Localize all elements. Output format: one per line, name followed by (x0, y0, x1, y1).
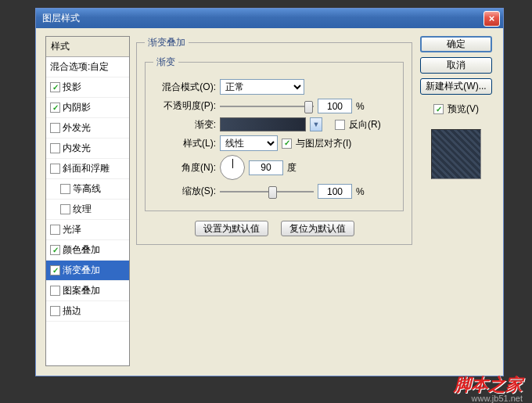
style-item[interactable]: 投影 (46, 77, 129, 98)
reverse-label: 反向(R) (349, 118, 381, 131)
style-checkbox[interactable] (50, 164, 60, 174)
gradient-dropdown[interactable]: ▼ (310, 117, 322, 131)
style-label: 渐变叠加 (63, 264, 100, 277)
set-default-button[interactable]: 设置为默认值 (195, 221, 268, 236)
style-item[interactable]: 纹理 (46, 200, 129, 220)
opacity-slider[interactable] (220, 99, 314, 113)
style-checkbox[interactable] (50, 123, 60, 133)
dialog-title: 图层样式 (42, 12, 80, 25)
styles-list: 样式 混合选项:自定 投影内阴影外发光内发光斜面和浮雕等高线纹理光泽颜色叠加渐变… (45, 36, 130, 366)
style-label: 等高线 (73, 182, 101, 196)
style-item[interactable]: 斜面和浮雕 (46, 159, 129, 179)
style-item[interactable]: 内发光 (46, 139, 129, 159)
percent-label: % (356, 101, 365, 112)
style-checkbox[interactable] (50, 286, 60, 296)
titlebar[interactable]: 图层样式 × (36, 9, 503, 28)
style-item[interactable]: 图案叠加 (46, 281, 129, 301)
watermark-url: www.jb51.net (472, 394, 523, 403)
new-style-button[interactable]: 新建样式(W)... (420, 78, 492, 95)
style-item[interactable]: 等高线 (46, 179, 129, 200)
preview-checkbox[interactable] (433, 104, 444, 114)
scale-input[interactable] (318, 184, 352, 199)
style-checkbox[interactable] (50, 245, 60, 255)
blend-options-item[interactable]: 混合选项:自定 (46, 57, 129, 77)
style-item[interactable]: 外发光 (46, 118, 129, 139)
gradient-swatch[interactable] (220, 117, 306, 131)
style-label: 投影 (63, 81, 81, 94)
style-checkbox[interactable] (50, 306, 60, 316)
percent-label-2: % (356, 186, 365, 197)
style-label: 内发光 (63, 142, 91, 155)
align-label: 与图层对齐(I) (296, 137, 351, 150)
style-item[interactable]: 光泽 (46, 220, 129, 240)
styles-header: 样式 (46, 37, 129, 57)
gradient-label: 渐变: (153, 118, 216, 131)
opacity-input[interactable] (318, 99, 352, 113)
blend-mode-label: 混合模式(O): (153, 81, 216, 94)
preview-label: 预览(V) (448, 103, 479, 116)
angle-label: 角度(N): (153, 161, 216, 175)
style-checkbox[interactable] (60, 184, 70, 194)
close-button[interactable]: × (483, 11, 500, 27)
layer-style-dialog: 图层样式 × 样式 混合选项:自定 投影内阴影外发光内发光斜面和浮雕等高线纹理光… (35, 8, 504, 376)
cancel-button[interactable]: 取消 (420, 57, 492, 74)
scale-label: 缩放(S): (153, 185, 216, 198)
style-label: 颜色叠加 (63, 243, 100, 257)
action-column: 确定 取消 新建样式(W)... 预览(V) (419, 36, 494, 366)
style-item[interactable]: 渐变叠加 (46, 261, 129, 281)
section-title: 渐变叠加 (145, 36, 189, 49)
style-item[interactable]: 描边 (46, 301, 129, 322)
style-label: 光泽 (63, 223, 81, 236)
style-item[interactable]: 颜色叠加 (46, 240, 129, 261)
style-checkbox[interactable] (50, 103, 60, 113)
angle-knob[interactable] (220, 155, 245, 180)
gradient-group: 渐变 混合模式(O): 正常 不透明度(P): % 渐变: ▼ (145, 56, 404, 211)
style-label: 斜面和浮雕 (63, 162, 110, 175)
style-label: 纹理 (73, 203, 92, 216)
angle-input[interactable] (249, 160, 283, 175)
align-checkbox[interactable] (282, 139, 292, 149)
blend-mode-select[interactable]: 正常 (220, 79, 304, 95)
opacity-label: 不透明度(P): (153, 99, 216, 113)
style-checkbox[interactable] (50, 143, 60, 153)
style-item[interactable]: 内阴影 (46, 98, 129, 118)
ok-button[interactable]: 确定 (420, 36, 492, 52)
group-title: 渐变 (153, 56, 178, 69)
style-checkbox[interactable] (50, 82, 60, 92)
gradient-overlay-fieldset: 渐变叠加 渐变 混合模式(O): 正常 不透明度(P): % 渐变: (136, 36, 412, 245)
style-label: 外发光 (63, 121, 91, 135)
style-label: 内阴影 (63, 101, 91, 114)
scale-slider[interactable] (220, 185, 314, 199)
style-checkbox[interactable] (50, 265, 60, 275)
style-label: 图案叠加 (63, 284, 100, 297)
degree-label: 度 (287, 161, 297, 175)
reset-default-button[interactable]: 复位为默认值 (281, 221, 354, 236)
reverse-checkbox[interactable] (335, 120, 345, 130)
preview-swatch (431, 129, 481, 179)
style-label: 样式(L): (153, 137, 216, 150)
style-checkbox[interactable] (50, 225, 60, 235)
style-label: 描边 (63, 304, 81, 318)
settings-panel: 渐变叠加 渐变 混合模式(O): 正常 不透明度(P): % 渐变: (136, 36, 412, 366)
style-checkbox[interactable] (60, 204, 70, 214)
style-select[interactable]: 线性 (220, 135, 278, 151)
